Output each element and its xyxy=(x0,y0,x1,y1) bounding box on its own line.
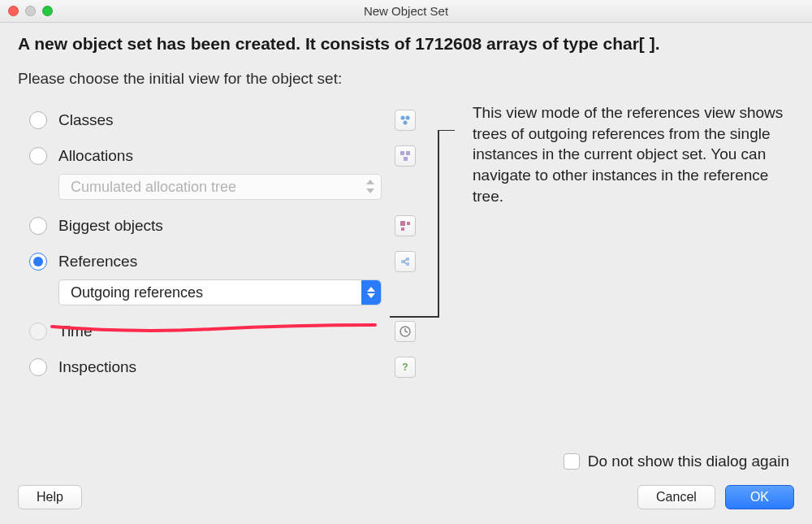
allocations-select-value: Cumulated allocation tree xyxy=(71,179,236,196)
svg-point-1 xyxy=(406,116,410,120)
view-description: This view mode of the references view sh… xyxy=(473,102,794,206)
svg-rect-10 xyxy=(406,258,409,261)
view-options: Classes Allocations Cumulated allocation… xyxy=(18,102,424,385)
option-classes-label: Classes xyxy=(58,111,395,129)
svg-rect-4 xyxy=(406,151,410,155)
radio-allocations[interactable] xyxy=(29,147,47,165)
svg-rect-5 xyxy=(404,157,408,161)
chevron-down-icon xyxy=(365,187,376,195)
ok-button[interactable]: OK xyxy=(725,485,794,509)
svg-rect-9 xyxy=(401,260,404,263)
svg-point-2 xyxy=(404,121,408,125)
references-select-value: Outgoing references xyxy=(71,284,203,301)
option-time-label: Time xyxy=(58,323,395,340)
chevron-down-icon xyxy=(367,293,375,298)
option-references-label: References xyxy=(58,253,395,271)
allocations-select: Cumulated allocation tree xyxy=(58,174,382,200)
radio-classes[interactable] xyxy=(29,111,47,129)
titlebar: New Object Set xyxy=(0,0,812,23)
option-inspections[interactable]: Inspections ? xyxy=(18,349,424,385)
svg-line-12 xyxy=(404,259,406,262)
help-button[interactable]: Help xyxy=(18,485,82,509)
option-inspections-label: Inspections xyxy=(58,358,395,376)
option-allocations[interactable]: Allocations xyxy=(18,138,424,174)
allocations-stepper xyxy=(365,178,376,195)
chevron-up-icon xyxy=(367,287,375,292)
radio-references[interactable] xyxy=(29,253,47,271)
option-allocations-label: Allocations xyxy=(58,147,395,165)
references-icon xyxy=(395,251,416,272)
radio-inspections[interactable] xyxy=(29,358,47,376)
radio-time[interactable] xyxy=(29,323,47,340)
svg-point-0 xyxy=(401,116,405,120)
cancel-button[interactable]: Cancel xyxy=(637,485,715,509)
svg-rect-6 xyxy=(400,221,405,226)
svg-text:?: ? xyxy=(402,362,408,373)
classes-icon xyxy=(395,110,416,131)
dialog-headline: A new object set has been created. It co… xyxy=(18,34,794,54)
chevron-up-icon xyxy=(365,178,376,186)
svg-rect-7 xyxy=(407,222,410,225)
option-time[interactable]: Time xyxy=(18,314,424,349)
option-classes[interactable]: Classes xyxy=(18,102,424,138)
svg-line-13 xyxy=(404,262,406,264)
svg-rect-3 xyxy=(400,151,404,155)
time-icon xyxy=(395,321,416,342)
option-biggest-objects[interactable]: Biggest objects xyxy=(18,208,424,244)
svg-line-16 xyxy=(405,331,408,332)
dont-show-label: Do not show this dialog again xyxy=(588,453,789,470)
svg-rect-8 xyxy=(401,227,404,231)
option-references[interactable]: References xyxy=(18,244,424,279)
option-biggest-label: Biggest objects xyxy=(58,217,395,235)
references-stepper[interactable] xyxy=(361,280,381,305)
dont-show-checkbox[interactable] xyxy=(564,453,580,470)
biggest-objects-icon xyxy=(395,215,416,236)
radio-biggest[interactable] xyxy=(29,217,47,235)
dialog-subheadline: Please choose the initial view for the o… xyxy=(18,70,794,88)
references-select[interactable]: Outgoing references xyxy=(58,279,382,305)
svg-rect-11 xyxy=(406,262,409,266)
inspections-icon: ? xyxy=(395,357,416,378)
window-title: New Object Set xyxy=(0,4,812,18)
allocations-icon xyxy=(395,145,416,167)
